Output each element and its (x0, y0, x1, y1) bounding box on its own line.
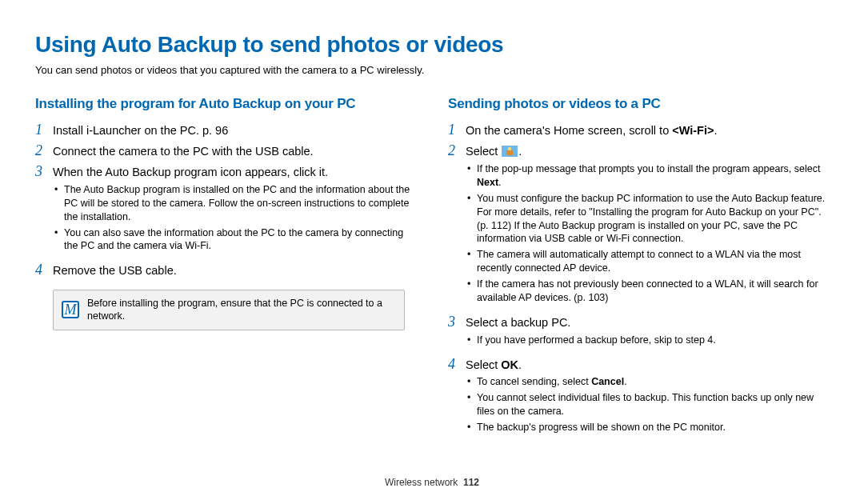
svg-rect-1 (506, 150, 513, 155)
sub-text-pre: If the pop-up message that prompts you t… (477, 163, 820, 174)
step-number: 3 (35, 164, 53, 180)
note-icon: M (62, 301, 79, 318)
step-body: When the Auto Backup program icon appear… (53, 164, 416, 258)
sub-text-bold: Next (477, 177, 498, 188)
step-text: Connect the camera to the PC with the US… (53, 143, 416, 159)
right-heading: Sending photos or videos to a PC (448, 95, 829, 113)
page-intro: You can send photos or videos that you c… (35, 64, 829, 78)
sub-bullets: If the pop-up message that prompts you t… (466, 162, 829, 305)
step-number: 2 (35, 143, 53, 159)
step-body: Select OK. To cancel sending, select Can… (466, 357, 829, 439)
sub-bullet: If the camera has not previously been co… (466, 278, 829, 305)
step-item: 3 When the Auto Backup program icon appe… (35, 164, 416, 258)
step-item: 1 On the camera's Home screen, scroll to… (448, 122, 829, 138)
sub-text-post: . (498, 177, 501, 188)
content-columns: Installing the program for Auto Backup o… (35, 95, 829, 444)
sub-bullet: You can also save the information about … (53, 226, 416, 254)
sub-bullets: To cancel sending, select Cancel. You ca… (466, 375, 829, 434)
auto-backup-icon (502, 146, 518, 157)
step-number: 1 (448, 122, 466, 138)
step-text: Remove the USB cable. (53, 262, 416, 278)
left-steps: 1 Install i-Launcher on the PC. p. 96 2 … (35, 122, 416, 278)
sub-bullet: The camera will automatically attempt to… (466, 248, 829, 275)
step-text-post: . (518, 145, 522, 158)
left-heading: Installing the program for Auto Backup o… (35, 95, 416, 113)
step-item: 2 Connect the camera to the PC with the … (35, 143, 416, 159)
svg-point-2 (508, 147, 511, 150)
sub-bullets: The Auto Backup program is installed on … (53, 183, 416, 253)
step-text-pre: Select (466, 358, 501, 371)
step-number: 1 (35, 122, 53, 138)
sub-text-pre: To cancel sending, select (477, 376, 591, 387)
step-text: Install i-Launcher on the PC. p. 96 (53, 122, 416, 138)
step-text: When the Auto Backup program icon appear… (53, 166, 328, 178)
footer: Wireless network 112 (0, 477, 864, 490)
step-number: 2 (448, 143, 466, 159)
page-title: Using Auto Backup to send photos or vide… (35, 30, 829, 59)
note-box: M Before installing the program, ensure … (53, 290, 405, 330)
sub-bullet: You must configure the backup PC informa… (466, 192, 829, 246)
step-text: Select a backup PC. (466, 316, 570, 329)
step-number: 3 (448, 314, 466, 330)
sub-bullet: If you have performed a backup before, s… (466, 334, 829, 347)
sub-text-bold: Cancel (591, 376, 624, 387)
footer-label: Wireless network (385, 477, 458, 488)
step-text-pre: Select (466, 145, 501, 158)
step-text-bold: <Wi-Fi> (672, 124, 714, 137)
footer-page-number: 112 (463, 477, 479, 488)
step-number: 4 (35, 262, 53, 278)
sub-bullet: To cancel sending, select Cancel. (466, 375, 829, 389)
sub-bullet: The Auto Backup program is installed on … (53, 183, 416, 224)
sub-bullets: If you have performed a backup before, s… (466, 334, 829, 347)
step-number: 4 (448, 357, 466, 373)
step-item: 1 Install i-Launcher on the PC. p. 96 (35, 122, 416, 138)
sub-bullet: You cannot select individual files to ba… (466, 391, 829, 418)
step-text-post: . (714, 124, 717, 137)
step-text-pre: On the camera's Home screen, scroll to (466, 124, 672, 137)
right-steps: 1 On the camera's Home screen, scroll to… (448, 122, 829, 439)
step-item: 4 Remove the USB cable. (35, 262, 416, 278)
step-item: 3 Select a backup PC. If you have perfor… (448, 314, 829, 352)
step-text-bold: OK (501, 358, 518, 371)
step-text-post: . (518, 358, 522, 371)
step-item: 2 Select . If the pop-up message that pr… (448, 143, 829, 310)
right-column: Sending photos or videos to a PC 1 On th… (448, 95, 829, 444)
step-body: Select a backup PC. If you have performe… (466, 314, 829, 352)
sub-bullet: The backup's progress will be shown on t… (466, 421, 829, 434)
sub-text-post: . (624, 376, 626, 387)
sub-bullet: If the pop-up message that prompts you t… (466, 162, 829, 190)
step-item: 4 Select OK. To cancel sending, select C… (448, 357, 829, 439)
note-text: Before installing the program, ensure th… (87, 297, 396, 323)
step-body: On the camera's Home screen, scroll to <… (466, 122, 829, 138)
step-body: Select . If the pop-up message that prom… (466, 143, 829, 310)
left-column: Installing the program for Auto Backup o… (35, 95, 416, 444)
